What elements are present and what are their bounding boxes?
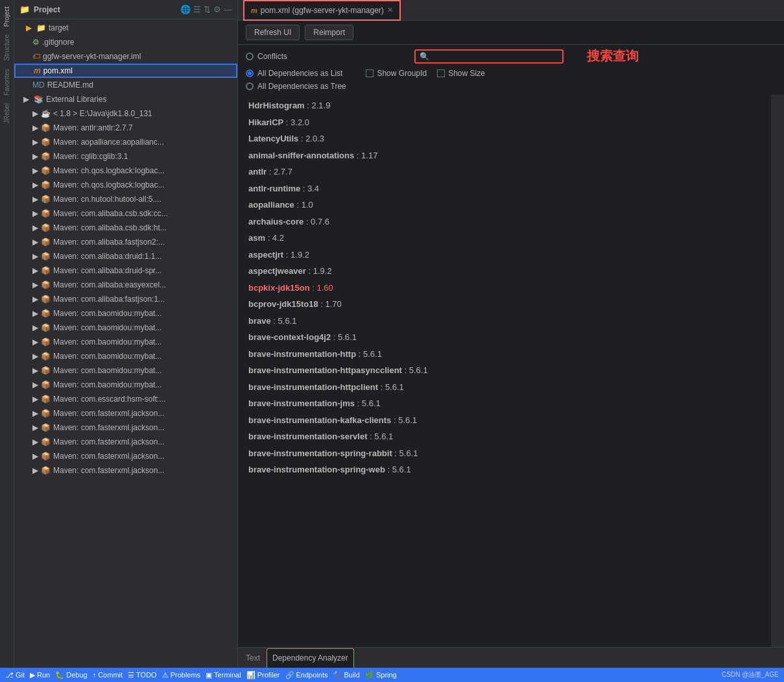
status-terminal[interactable]: ▣ Terminal — [206, 671, 241, 679]
dep-item-7[interactable]: archaius-core : 0.7.6 — [238, 213, 771, 230]
tree-item-maven-mybat3[interactable]: ▶ 📦 Maven: com.baomidou:mybat... — [14, 335, 237, 349]
tree-item-ext-libs[interactable]: ▶ 📚 External Libraries — [14, 92, 237, 106]
dep-item-20[interactable]: brave-instrumentation-servlet : 5.6.1 — [238, 428, 771, 445]
dep-item-14[interactable]: brave-context-log4j2 : 5.6.1 — [238, 329, 771, 346]
dep-item-6[interactable]: aopalliance : 1.0 — [238, 197, 771, 213]
tree-item-maven-mybat5[interactable]: ▶ 📦 Maven: com.baomidou:mybat... — [14, 363, 237, 378]
dep-item-18[interactable]: brave-instrumentation-jms : 5.6.1 — [238, 395, 771, 412]
bottom-tab-text[interactable]: Text — [241, 648, 265, 668]
tree-item-maven-jackson3[interactable]: ▶ 📦 Maven: com.fasterxml.jackson... — [14, 435, 237, 449]
dep-item-16[interactable]: brave-instrumentation-httpasyncclient : … — [238, 362, 771, 379]
refresh-ui-button[interactable]: Refresh UI — [246, 25, 300, 40]
dep-item-9[interactable]: aspectjrt : 1.9.2 — [238, 247, 771, 263]
all-deps-list-radio[interactable] — [246, 69, 254, 77]
tree-item-maven-aop[interactable]: ▶ 📦 Maven: aopalliance:aopallianc... — [14, 135, 237, 149]
pom-tab[interactable]: m pom.xml (ggfw-server-ykt-manager) ✕ — [243, 0, 401, 21]
tree-item-maven-jackson2[interactable]: ▶ 📦 Maven: com.fasterxml.jackson... — [14, 420, 237, 435]
status-debug[interactable]: 🐛 Debug — [55, 671, 87, 679]
tree-item-maven-mybat1[interactable]: ▶ 📦 Maven: com.baomidou:mybat... — [14, 306, 237, 321]
reimport-button[interactable]: Reimport — [305, 25, 353, 40]
tree-item-maven-fastjson2[interactable]: ▶ 📦 Maven: com.alibaba.fastjson2:... — [14, 235, 237, 249]
tree-item-maven-logback1[interactable]: ▶ 📦 Maven: ch.qos.logback:logbac... — [14, 164, 237, 178]
tree-item-maven-jackson4[interactable]: ▶ 📦 Maven: com.fasterxml.jackson... — [14, 449, 237, 463]
tree-item-maven-cglib[interactable]: ▶ 📦 Maven: cglib:cglib:3.1 — [14, 149, 237, 164]
tree-item-pom[interactable]: m pom.xml — [14, 64, 237, 78]
globe-icon[interactable]: 🌐 — [180, 5, 191, 14]
sidebar-rebel-label[interactable]: JRebel — [2, 99, 12, 127]
dep-item-22[interactable]: brave-instrumentation-spring-web : 5.6.1 — [238, 461, 771, 478]
tree-item-readme[interactable]: MD README.md — [14, 78, 237, 92]
tab-close-button[interactable]: ✕ — [387, 6, 393, 14]
tree-item-maven-csb2[interactable]: ▶ 📦 Maven: com.alibaba.csb.sdk:ht... — [14, 221, 237, 235]
status-todo[interactable]: ☰ TODO — [128, 671, 157, 679]
tree-item-maven-mybat4[interactable]: ▶ 📦 Maven: com.baomidou:mybat... — [14, 349, 237, 363]
tree-item-maven-druid-spr[interactable]: ▶ 📦 Maven: com.alibaba:druid-spr... — [14, 263, 237, 278]
dep-item-19[interactable]: brave-instrumentation-kafka-clients : 5.… — [238, 412, 771, 429]
dep-item-21[interactable]: brave-instrumentation-spring-rabbit : 5.… — [238, 445, 771, 462]
tree-item-target[interactable]: ▶ 📁 target — [14, 21, 237, 35]
tree-item-iml[interactable]: 🏷 ggfw-server-ykt-manager.iml — [14, 49, 237, 64]
sidebar-structure-label[interactable]: Structure — [2, 30, 12, 65]
all-deps-tree-option[interactable]: All Dependencies as Tree — [246, 82, 346, 91]
dep-item-11[interactable]: bcpkix-jdk15on : 1.60 — [238, 280, 771, 297]
status-build[interactable]: 🔨 Build — [333, 671, 359, 679]
search-input[interactable] — [432, 52, 558, 61]
dep-item-5[interactable]: antlr-runtime : 3.4 — [238, 180, 771, 197]
status-profiler[interactable]: 📊 Profiler — [246, 671, 280, 679]
dep-item-3[interactable]: animal-sniffer-annotations : 1.17 — [238, 147, 771, 164]
collapse-icon[interactable]: ⇅ — [204, 5, 211, 14]
dep-item-2[interactable]: LatencyUtils : 2.0.3 — [238, 130, 771, 147]
status-spring[interactable]: 🌿 Spring — [365, 671, 397, 679]
dep-version-15: : 5.6.1 — [356, 349, 382, 359]
dep-item-12[interactable]: bcprov-jdk15to18 : 1.70 — [238, 296, 771, 313]
dep-item-17[interactable]: brave-instrumentation-httpclient : 5.6.1 — [238, 379, 771, 396]
tree-item-maven-fastjson1[interactable]: ▶ 📦 Maven: com.alibaba:fastjson:1... — [14, 292, 237, 306]
maven-expand-15: ▶ — [32, 323, 38, 332]
dep-item-0[interactable]: HdrHistogram : 2.1.9 — [238, 97, 771, 114]
tree-item-jdk[interactable]: ▶ ☕ < 1.8 > E:\Java\jdk1.8.0_131 — [14, 106, 237, 121]
status-git[interactable]: ⎇ Git — [5, 671, 25, 679]
tree-item-maven-logback2[interactable]: ▶ 📦 Maven: ch.qos.logback:logbac... — [14, 178, 237, 192]
tree-item-maven-csb1[interactable]: ▶ 📦 Maven: com.alibaba.csb.sdk:cc... — [14, 206, 237, 221]
dep-item-10[interactable]: aspectjweaver : 1.9.2 — [238, 263, 771, 280]
tree-item-maven-esscard[interactable]: ▶ 📦 Maven: com.esscard:hsm-soft:... — [14, 392, 237, 406]
maven-expand-9: ▶ — [32, 237, 38, 247]
dep-item-13[interactable]: brave : 5.6.1 — [238, 313, 771, 330]
tree-item-maven-antlr[interactable]: ▶ 📦 Maven: antlr:antlr:2.7.7 — [14, 121, 237, 135]
dep-item-4[interactable]: antlr : 2.7.7 — [238, 164, 771, 180]
tree-item-maven-jackson5[interactable]: ▶ 📦 Maven: com.fasterxml.jackson... — [14, 463, 237, 478]
show-size-option[interactable]: Show Size — [437, 69, 485, 78]
all-deps-tree-radio[interactable] — [246, 82, 254, 90]
sidebar-favorites-label[interactable]: Favorites — [2, 65, 12, 99]
minus-icon[interactable]: — — [224, 5, 232, 14]
status-run[interactable]: ▶ Run — [30, 671, 50, 679]
dep-item-1[interactable]: HikariCP : 3.2.0 — [238, 114, 771, 131]
show-groupid-option[interactable]: Show GroupId — [366, 69, 427, 78]
maven-icon-5: 📦 — [41, 180, 51, 189]
tree-item-maven-hutool[interactable]: ▶ 📦 Maven: cn.hutool:hutool-all:5.... — [14, 192, 237, 206]
status-commit[interactable]: ↑ Commit — [93, 671, 123, 679]
sidebar-project-label[interactable]: Project — [2, 3, 12, 30]
show-groupid-checkbox[interactable] — [366, 69, 374, 77]
conflicts-option[interactable]: Conflicts — [246, 52, 287, 61]
tree-item-maven-mybat6[interactable]: ▶ 📦 Maven: com.baomidou:mybat... — [14, 378, 237, 392]
dep-item-8[interactable]: asm : 4.2 — [238, 230, 771, 247]
show-size-checkbox[interactable] — [437, 69, 445, 77]
list-icon[interactable]: ☰ — [193, 5, 201, 14]
settings-icon[interactable]: ⚙ — [213, 5, 221, 14]
dep-item-15[interactable]: brave-instrumentation-http : 5.6.1 — [238, 346, 771, 363]
tree-item-maven-jackson1[interactable]: ▶ 📦 Maven: com.fasterxml.jackson... — [14, 406, 237, 420]
tree-item-maven-mybat2[interactable]: ▶ 📦 Maven: com.baomidou:mybat... — [14, 321, 237, 335]
bottom-tab-dep-analyzer[interactable]: Dependency Analyzer — [267, 648, 354, 668]
all-deps-list-option[interactable]: All Dependencies as List — [246, 69, 342, 78]
status-problems[interactable]: ⚠ Problems — [162, 671, 200, 679]
status-endpoints[interactable]: 🔗 Endpoints — [285, 671, 328, 679]
problems-label: Problems — [171, 671, 200, 679]
tree-item-maven-easyexcel[interactable]: ▶ 📦 Maven: com.alibaba:easyexcel... — [14, 278, 237, 292]
scrollbar-track[interactable] — [776, 95, 784, 647]
tree-item-gitignore[interactable]: ⚙ .gitignore — [14, 35, 237, 49]
tree-item-maven-druid[interactable]: ▶ 📦 Maven: com.alibaba:druid:1.1... — [14, 249, 237, 263]
conflicts-radio[interactable] — [246, 53, 254, 60]
maven-label-11: Maven: com.alibaba:druid-spr... — [53, 266, 161, 275]
maven-label-1: Maven: antlr:antlr:2.7.7 — [53, 123, 133, 132]
